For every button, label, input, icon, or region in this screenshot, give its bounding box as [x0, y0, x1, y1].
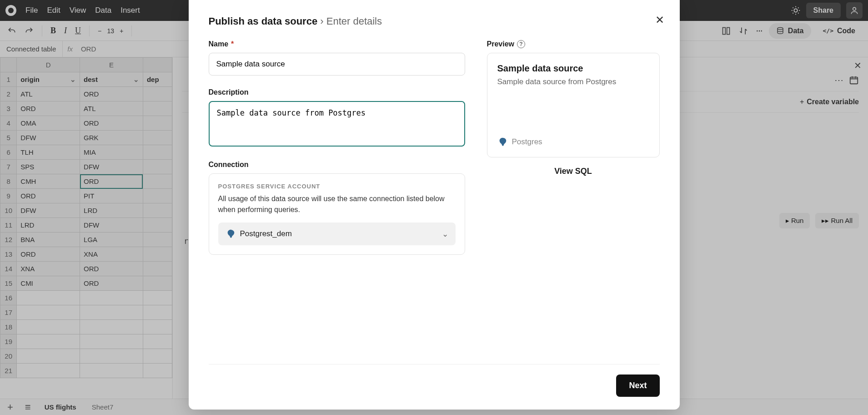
chevron-down-icon: ⌄: [442, 229, 448, 239]
help-icon[interactable]: ?: [517, 40, 525, 48]
modal-close-icon[interactable]: ✕: [655, 14, 664, 26]
preview-desc: Sample data source from Postgres: [497, 77, 649, 86]
modal-title: Publish as data source › Enter details: [209, 15, 660, 27]
view-sql-button[interactable]: View SQL: [487, 167, 660, 176]
name-label: Name*: [209, 40, 465, 48]
name-input[interactable]: [209, 53, 465, 76]
postgres-icon: [226, 229, 236, 239]
preview-card: Sample data source Sample data source fr…: [487, 53, 660, 157]
preview-title: Sample data source: [497, 63, 649, 74]
description-label: Description: [209, 88, 465, 96]
preview-source: Postgres: [512, 137, 542, 147]
connection-box: POSTGRES SERVICE ACCOUNT All usage of th…: [209, 173, 465, 255]
service-account-desc: All usage of this data source will use t…: [218, 193, 456, 215]
connection-value: Postgrest_dem: [240, 229, 292, 238]
publish-modal: ✕ Publish as data source › Enter details…: [189, 0, 680, 410]
service-account-label: POSTGRES SERVICE ACCOUNT: [218, 183, 456, 190]
preview-label: Preview ?: [487, 40, 660, 48]
connection-label: Connection: [209, 161, 465, 169]
postgres-icon: [497, 137, 507, 147]
next-button[interactable]: Next: [616, 375, 659, 397]
description-input[interactable]: [209, 101, 465, 147]
connection-select[interactable]: Postgrest_dem ⌄: [218, 223, 456, 245]
modal-overlay: ✕ Publish as data source › Enter details…: [0, 0, 868, 415]
